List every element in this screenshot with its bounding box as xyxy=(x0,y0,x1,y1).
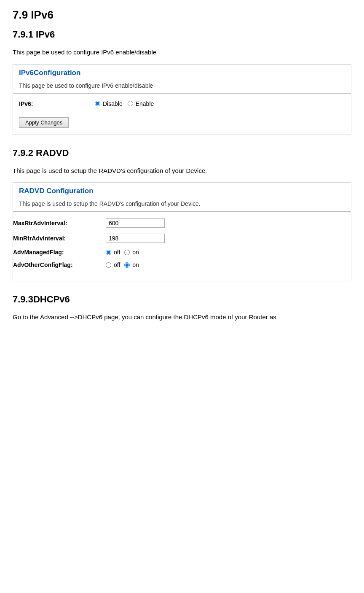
ipv6-disable-radio[interactable] xyxy=(95,101,100,106)
apply-changes-button[interactable]: Apply Changes xyxy=(19,117,69,128)
ipv6-enable-option[interactable]: Enable xyxy=(128,100,154,107)
config-box-radvd-subtitle: This page is used to setup the RADVD's c… xyxy=(13,199,351,212)
adv-managed-label: AdvManagedFlag: xyxy=(13,249,106,256)
adv-managed-off-radio[interactable] xyxy=(106,250,111,255)
config-box-ipv6: IPv6Configuration This page be used to c… xyxy=(13,64,351,135)
config-body-ipv6: IPv6: Disable Enable Apply Changes xyxy=(13,94,351,135)
description-792: This page is used to setup the RADVD's c… xyxy=(13,166,351,176)
apply-changes-row: Apply Changes xyxy=(19,114,345,128)
adv-other-on-radio[interactable] xyxy=(124,262,130,268)
min-rtr-input[interactable] xyxy=(106,234,165,243)
ipv6-radio-group: Disable Enable xyxy=(95,100,154,107)
adv-other-off-radio[interactable] xyxy=(106,262,111,268)
adv-other-on-label: on xyxy=(132,261,139,268)
config-box-ipv6-title: IPv6Configuration xyxy=(13,65,351,81)
max-rtr-input[interactable] xyxy=(106,218,165,228)
adv-other-on-option[interactable]: on xyxy=(124,261,139,268)
adv-other-radio-group: off on xyxy=(106,261,139,268)
adv-managed-on-label: on xyxy=(132,249,139,256)
subsection-title-792: 7.9.2 RADVD xyxy=(13,148,351,159)
ipv6-enable-radio[interactable] xyxy=(128,101,133,106)
config-box-radvd: RADVD Configuration This page is used to… xyxy=(13,182,351,281)
ipv6-disable-option[interactable]: Disable xyxy=(95,100,123,107)
subsection-title-791: 7.9.1 IPv6 xyxy=(13,29,351,40)
min-rtr-label: MinRtrAdvInterval: xyxy=(13,235,106,242)
adv-other-off-label: off xyxy=(114,261,120,268)
adv-managed-on-option[interactable]: on xyxy=(124,249,139,256)
ipv6-disable-label: Disable xyxy=(103,100,123,107)
adv-other-row: AdvOtherConfigFlag: off on xyxy=(13,261,345,268)
min-rtr-value xyxy=(106,234,165,243)
adv-other-label: AdvOtherConfigFlag: xyxy=(13,261,106,268)
adv-managed-off-option[interactable]: off xyxy=(106,249,120,256)
ipv6-enable-label: Enable xyxy=(136,100,154,107)
subsection-title-793: 7.9.3DHCPv6 xyxy=(13,294,351,305)
main-section-title: 7.9 IPv6 xyxy=(13,8,351,22)
config-box-radvd-title: RADVD Configuration xyxy=(13,183,351,199)
adv-managed-row: AdvManagedFlag: off on xyxy=(13,249,345,256)
max-rtr-label: MaxRtrAdvInterval: xyxy=(13,220,106,226)
adv-other-off-option[interactable]: off xyxy=(106,261,120,268)
max-rtr-value xyxy=(106,218,165,228)
ipv6-label: IPv6: xyxy=(19,100,95,107)
description-791: This page be used to configure IPv6 enab… xyxy=(13,48,351,57)
min-rtr-row: MinRtrAdvInterval: xyxy=(13,234,345,243)
config-body-radvd: MaxRtrAdvInterval: MinRtrAdvInterval: Ad… xyxy=(13,212,351,281)
ipv6-field-row: IPv6: Disable Enable xyxy=(19,100,345,107)
config-box-ipv6-subtitle: This page be used to configure IPv6 enab… xyxy=(13,81,351,94)
max-rtr-row: MaxRtrAdvInterval: xyxy=(13,218,345,228)
adv-managed-radio-group: off on xyxy=(106,249,139,256)
adv-managed-on-radio[interactable] xyxy=(124,250,130,255)
description-793: Go to the Advanced -->DHCPv6 page, you c… xyxy=(13,313,351,322)
adv-managed-off-label: off xyxy=(114,249,120,256)
